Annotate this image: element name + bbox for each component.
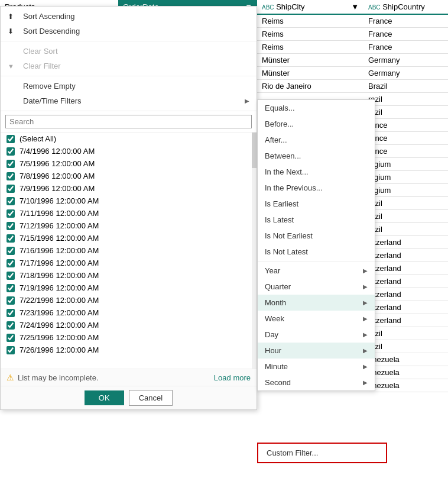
checkbox-13[interactable] (7, 309, 15, 317)
checkbox-7[interactable] (7, 234, 15, 243)
scrollbar-thumb[interactable] (252, 133, 257, 168)
submenu-item-week[interactable]: Week (258, 311, 375, 327)
cell-shipcountry: enezuela (363, 379, 448, 392)
submenu-item-between[interactable]: Between... (258, 148, 375, 164)
list-item[interactable]: 7/12/1996 12:00:00 AM (1, 219, 257, 232)
checkbox-label-7: 7/15/1996 12:00:00 AM (20, 234, 99, 243)
checkbox-16[interactable] (7, 346, 15, 354)
checkbox-label-10: 7/18/1996 12:00:00 AM (20, 271, 99, 280)
checkbox-8[interactable] (7, 247, 15, 255)
cell-shipcity: Münster (257, 67, 363, 80)
select-all-checkbox[interactable] (7, 135, 15, 143)
panel-footer: ⚠ List may be incomplete. Load more (1, 369, 257, 386)
checkbox-label-12: 7/22/1996 12:00:00 AM (20, 296, 99, 305)
submenu-item-hour[interactable]: Hour (258, 343, 375, 359)
cell-shipcountry: vitzerland (363, 262, 448, 275)
list-item[interactable]: 7/10/1996 12:00:00 AM (1, 195, 257, 207)
checkbox-9[interactable] (7, 259, 15, 267)
select-all-item[interactable]: (Select All) (1, 133, 257, 145)
cell-shipcountry: vitzerland (363, 288, 448, 301)
list-item[interactable]: 7/16/1996 12:00:00 AM (1, 244, 257, 257)
cell-shipcountry: France (363, 28, 448, 41)
checkbox-4[interactable] (7, 197, 15, 205)
cell-shipcountry: France (363, 14, 448, 28)
clear-filter-icon: ▼ (8, 63, 20, 70)
list-item[interactable]: 7/11/1996 12:00:00 AM (1, 207, 257, 219)
cell-shipcountry: vitzerland (363, 249, 448, 262)
list-item[interactable]: 7/26/1996 12:00:00 AM (1, 344, 257, 356)
checkbox-label-2: 7/8/1996 12:00:00 AM (20, 172, 95, 180)
checkbox-5[interactable] (7, 209, 15, 218)
checkbox-12[interactable] (7, 296, 15, 305)
cell-shipcity: Reims (257, 28, 363, 41)
sort-asc-icon: ⬆ (8, 12, 20, 21)
cell-shipcountry: razil (363, 223, 448, 236)
search-input[interactable] (5, 115, 252, 128)
checkbox-label-16: 7/26/1996 12:00:00 AM (20, 346, 99, 354)
cell-shipcountry: Brazil (363, 80, 448, 93)
submenu-item-equals[interactable]: Equals... (258, 100, 375, 116)
submenu-item-islatest[interactable]: Is Latest (258, 212, 375, 228)
checkbox-1[interactable] (7, 160, 15, 168)
submenu-item-inthenext[interactable]: In the Next... (258, 164, 375, 180)
checkbox-14[interactable] (7, 321, 15, 330)
cancel-button[interactable]: Cancel (129, 390, 173, 406)
submenu-item-day[interactable]: Day (258, 327, 375, 343)
submenu-item-minute[interactable]: Minute (258, 359, 375, 375)
submenu-item-before[interactable]: Before... (258, 116, 375, 132)
checkbox-label-8: 7/16/1996 12:00:00 AM (20, 246, 99, 255)
list-item[interactable]: 7/5/1996 12:00:00 AM (1, 157, 257, 170)
cell-shipcountry: razil (363, 327, 448, 340)
list-item[interactable]: 7/4/1996 12:00:00 AM (1, 145, 257, 157)
load-more-link[interactable]: Load more (214, 373, 251, 382)
shipcity-dropdown-icon[interactable]: ▼ (351, 2, 359, 11)
custom-filter-item[interactable]: Custom Filter... (258, 444, 386, 462)
filter-dropdown-panel: ⬆ Sort Ascending ⬇ Sort Descending Clear… (0, 6, 257, 410)
cell-shipcountry: rance (363, 132, 448, 145)
checkbox-15[interactable] (7, 334, 15, 342)
remove-empty-item[interactable]: Remove Empty (1, 79, 257, 93)
list-item[interactable]: 7/18/1996 12:00:00 AM (1, 269, 257, 282)
cell-shipcountry: razil (363, 106, 448, 119)
sort-descending-item[interactable]: ⬇ Sort Descending (1, 24, 257, 38)
shipcity-column-header[interactable]: ABC ShipCity ▼ (257, 0, 363, 14)
submenu-item-year[interactable]: Year (258, 263, 375, 279)
list-item[interactable]: 7/23/1996 12:00:00 AM (1, 306, 257, 319)
datetime-filters-item[interactable]: Date/Time Filters ▶ (1, 93, 257, 108)
ok-button[interactable]: OK (85, 390, 124, 405)
submenu-item-isnotlatest[interactable]: Is Not Latest (258, 244, 375, 260)
submenu-item-quarter[interactable]: Quarter (258, 279, 375, 295)
submenu-item-after[interactable]: After... (258, 132, 375, 148)
checkbox-3[interactable] (7, 185, 15, 193)
cell-shipcountry: rance (363, 119, 448, 132)
checkbox-label-14: 7/24/1996 12:00:00 AM (20, 321, 99, 330)
checkbox-10[interactable] (7, 272, 15, 280)
shipcountry-column-header[interactable]: ABC ShipCountry (363, 0, 448, 14)
list-item[interactable]: 7/24/1996 12:00:00 AM (1, 319, 257, 331)
checkbox-6[interactable] (7, 222, 15, 230)
cell-shipcountry: vitzerland (363, 236, 448, 249)
checkbox-0[interactable] (7, 147, 15, 156)
list-item[interactable]: 7/25/1996 12:00:00 AM (1, 331, 257, 344)
checkbox-11[interactable] (7, 284, 15, 292)
sort-ascending-item[interactable]: ⬆ Sort Ascending (1, 9, 257, 24)
submenu-item-intheprevious[interactable]: In the Previous... (258, 180, 375, 196)
cell-shipcity: Rio de Janeiro (257, 80, 363, 93)
sort-section: ⬆ Sort Ascending ⬇ Sort Descending (1, 7, 257, 41)
list-item[interactable]: 7/17/1996 12:00:00 AM (1, 257, 257, 269)
datetime-submenu: Equals...Before...After...Between...In t… (257, 99, 375, 391)
cell-shipcity: Münster (257, 54, 363, 67)
list-item[interactable]: 7/22/1996 12:00:00 AM (1, 294, 257, 306)
cell-shipcountry: razil (363, 93, 448, 106)
list-item[interactable]: 7/9/1996 12:00:00 AM (1, 182, 257, 195)
submenu-item-isnotearliest[interactable]: Is Not Earliest (258, 228, 375, 244)
list-item[interactable]: 7/19/1996 12:00:00 AM (1, 282, 257, 294)
submenu-item-second[interactable]: Second (258, 375, 375, 390)
cell-shipcountry: elgium (363, 184, 448, 197)
submenu-item-isearliest[interactable]: Is Earliest (258, 196, 375, 212)
list-item[interactable]: 7/15/1996 12:00:00 AM (1, 232, 257, 244)
checkbox-2[interactable] (7, 172, 15, 180)
scrollbar-track (252, 133, 257, 369)
list-item[interactable]: 7/8/1996 12:00:00 AM (1, 170, 257, 182)
submenu-item-month[interactable]: Month (258, 295, 375, 311)
